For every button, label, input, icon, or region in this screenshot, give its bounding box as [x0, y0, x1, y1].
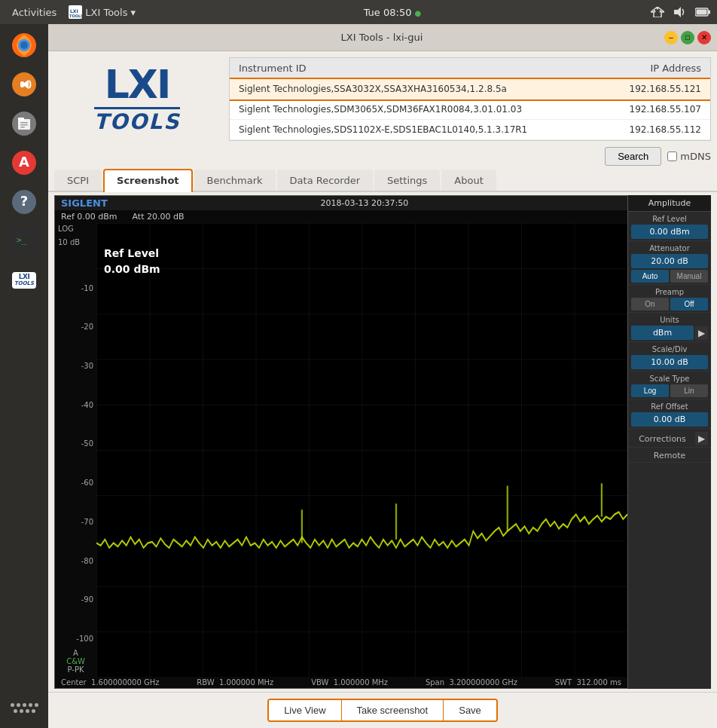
remote-label: Remote — [631, 451, 708, 460]
svg-rect-14 — [20, 81, 24, 87]
svg-rect-17 — [18, 118, 24, 121]
volume-icon[interactable] — [672, 4, 688, 20]
bottom-button-group: Live View Take screenshot Save — [267, 699, 498, 722]
tab-data-recorder[interactable]: Data Recorder — [277, 170, 373, 191]
spectrum-main: LOG 10 dB -10 -20 -30 -40 -50 -60 -70 -8… — [55, 223, 627, 677]
attenuator-auto-button[interactable]: Auto — [631, 270, 669, 283]
scale-div-value[interactable]: 10.00 dB — [631, 355, 708, 369]
activities-button[interactable]: Activities — [6, 7, 63, 18]
table-row[interactable]: Siglent Technologies,SDM3065X,SDM36FAX1R… — [230, 99, 710, 120]
swt: SWT 312.000 ms — [555, 678, 621, 687]
sidebar-item-sound[interactable] — [6, 66, 42, 102]
spectrum-info-bar: Ref 0.00 dBm Att 20.00 dB — [55, 210, 627, 223]
db-label: 10 dB — [55, 237, 96, 250]
table-row[interactable]: Siglent Technologies,SDS1102X-E,SDS1EBAC… — [230, 120, 710, 140]
live-view-button[interactable]: Live View — [269, 700, 341, 720]
svg-rect-9 — [696, 10, 706, 15]
lxi-logo: LXI TOOLS — [94, 65, 181, 134]
app-menu-label: LXI Tools — [85, 7, 127, 18]
svg-rect-18 — [20, 122, 28, 124]
channel-info: A C&W P-PK — [55, 646, 96, 677]
svg-marker-6 — [674, 7, 681, 17]
content-area: LXI Tools - lxi-gui – □ ✕ LXI TOOLS — [48, 24, 717, 728]
mdns-checkbox[interactable] — [667, 151, 677, 161]
units-row: dBm ▶ — [631, 326, 708, 340]
instrument-area: LXI TOOLS Instrument ID IP Address S — [48, 51, 717, 144]
tab-settings[interactable]: Settings — [374, 170, 440, 191]
y-label-100: -100 — [55, 635, 93, 643]
window-titlebar: LXI Tools - lxi-gui – □ ✕ — [48, 24, 717, 51]
preamp-on-button[interactable]: On — [631, 298, 669, 310]
top-bar-right — [649, 4, 711, 20]
span: Span 3.200000000 GHz — [426, 678, 517, 687]
svg-point-3 — [656, 8, 658, 10]
network-icon[interactable] — [649, 4, 666, 20]
firefox-icon — [11, 32, 38, 59]
tabs-bar: SCPIScreenshotBenchmarkData RecorderSett… — [48, 169, 717, 192]
sidebar-item-terminal[interactable]: >_ — [6, 223, 42, 259]
corrections-arrow-button[interactable]: ▶ — [695, 432, 708, 445]
mdns-label[interactable]: mDNS — [667, 151, 711, 162]
files-icon — [11, 110, 38, 137]
units-control: Units dBm ▶ — [628, 313, 711, 342]
lxi-sidebar-icon: LXI TOOLS — [12, 272, 36, 289]
take-screenshot-button[interactable]: Take screenshot — [342, 700, 444, 720]
corrections-row: Corrections ▶ — [631, 432, 708, 445]
sidebar-item-lxi[interactable]: LXI TOOLS — [6, 262, 42, 298]
units-arrow-button[interactable]: ▶ — [695, 326, 708, 340]
save-button[interactable]: Save — [444, 700, 496, 720]
scale-lin-button[interactable]: Lin — [670, 384, 708, 397]
sidebar-item-help[interactable]: ? — [6, 184, 42, 220]
tab-scpi[interactable]: SCPI — [54, 170, 102, 191]
ref-level-value[interactable]: 0.00 dBm — [631, 225, 708, 239]
y-label-20: -20 — [55, 323, 93, 331]
attenuator-value[interactable]: 20.00 dB — [631, 254, 708, 268]
window-maximize-button[interactable]: □ — [681, 31, 694, 44]
spectrum-att-info: Att 20.00 dB — [133, 212, 185, 222]
battery-icon[interactable] — [694, 4, 711, 20]
instrument-id-cell: Siglent Technologies,SSA3032X,SSA3XHA316… — [230, 79, 601, 99]
preamp-off-button[interactable]: Off — [670, 298, 708, 310]
svg-rect-8 — [708, 11, 710, 14]
sidebar-item-firefox[interactable] — [6, 27, 42, 63]
sidebar-item-files[interactable] — [6, 106, 42, 142]
tab-about[interactable]: About — [441, 170, 496, 191]
ip-address-cell: 192.168.55.121 — [601, 79, 710, 99]
sidebar-item-software[interactable]: A — [6, 145, 42, 181]
app-menu[interactable]: LXI TOOLS LXI Tools ▾ — [69, 5, 136, 19]
tools-logo-text: TOOLS — [94, 109, 181, 134]
lxi-logo-text: LXI — [105, 65, 170, 104]
y-label-50: -50 — [55, 439, 93, 448]
y-label-90: -90 — [55, 595, 93, 604]
app-grid-dots[interactable] — [0, 697, 48, 725]
instrument-table-container: Instrument ID IP Address Siglent Technol… — [229, 57, 711, 141]
window-close-button[interactable]: ✕ — [697, 31, 711, 44]
tab-benchmark[interactable]: Benchmark — [194, 170, 276, 191]
time-dot: ● — [415, 9, 422, 17]
svg-point-12 — [20, 41, 28, 49]
svg-text:A: A — [19, 154, 29, 170]
window-minimize-button[interactable]: – — [664, 31, 678, 44]
tab-screenshot[interactable]: Screenshot — [103, 169, 193, 192]
units-value[interactable]: dBm — [631, 326, 694, 340]
log-label: LOG — [55, 223, 96, 237]
corrections-control[interactable]: Corrections ▶ — [628, 429, 711, 448]
svg-rect-19 — [20, 124, 28, 126]
spectrum-svg — [96, 223, 627, 677]
y-label-80: -80 — [55, 557, 93, 565]
spectrum-ref-info: Ref 0.00 dBm — [61, 212, 117, 222]
attenuator-manual-button[interactable]: Manual — [670, 270, 708, 283]
amplitude-title: Amplitude — [628, 195, 711, 212]
rbw: RBW 1.000000 MHz — [197, 678, 273, 687]
instrument-id-cell: Siglent Technologies,SDM3065X,SDM36FAX1R… — [230, 99, 601, 120]
scale-log-button[interactable]: Log — [631, 384, 669, 397]
svg-point-4 — [653, 11, 655, 13]
instrument-id-cell: Siglent Technologies,SDS1102X-E,SDS1EBAC… — [230, 120, 601, 140]
ref-offset-value[interactable]: 0.00 dB — [631, 412, 708, 427]
table-row[interactable]: Siglent Technologies,SSA3032X,SSA3XHA316… — [230, 79, 710, 99]
preamp-buttons: On Off — [631, 298, 708, 310]
search-button[interactable]: Search — [605, 147, 661, 166]
remote-control[interactable]: Remote — [628, 448, 711, 463]
screenshot-panel: SIGLENT 2018-03-13 20:37:50 Ref 0.00 dBm… — [48, 192, 717, 692]
y-label-70: -70 — [55, 518, 93, 526]
